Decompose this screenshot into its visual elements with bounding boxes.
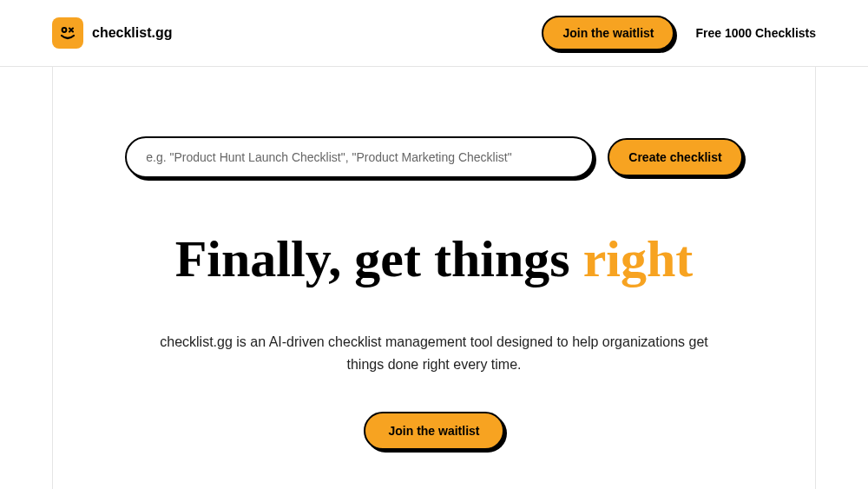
join-waitlist-button-header[interactable]: Join the waitlist [542,16,674,50]
site-header: checklist.gg Join the waitlist Free 1000… [0,0,868,67]
free-checklists-link[interactable]: Free 1000 Checklists [695,26,816,40]
hero-title-prefix: Finally, get things [175,230,583,287]
hero-title-highlight: right [583,230,694,287]
checklist-search-input[interactable] [125,136,594,178]
create-checklist-button[interactable]: Create checklist [608,138,742,176]
header-actions: Join the waitlist Free 1000 Checklists [542,16,816,50]
hero-subtitle: checklist.gg is an AI-driven checklist m… [156,331,712,375]
logo[interactable]: checklist.gg [52,17,172,49]
brand-name: checklist.gg [92,25,172,41]
svg-point-0 [62,28,67,32]
main-content: Create checklist Finally, get things rig… [52,67,816,489]
hero-title: Finally, get things right [175,230,694,287]
search-row: Create checklist [79,136,789,178]
join-waitlist-button-main[interactable]: Join the waitlist [364,412,503,450]
logo-face-icon [52,17,83,49]
